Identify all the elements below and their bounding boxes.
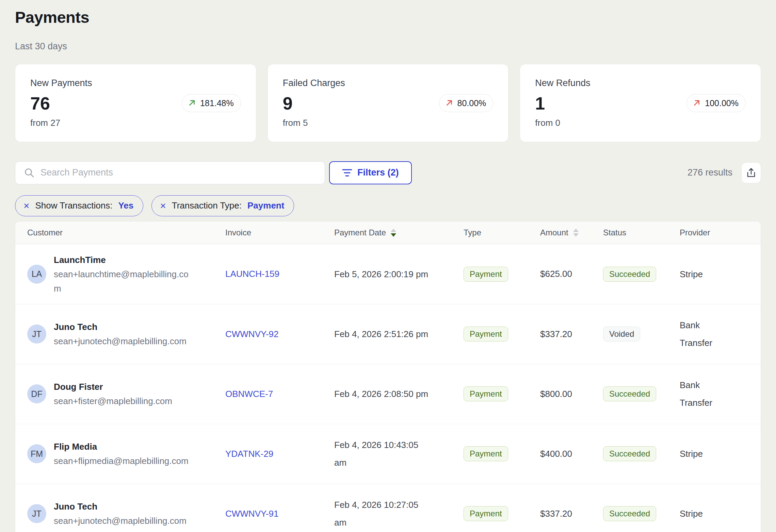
column-header-invoice: Invoice [220, 228, 319, 237]
table-row[interactable]: DF Doug Fister sean+fister@maplebilling.… [15, 364, 761, 424]
column-header-payment-date[interactable]: Payment Date [319, 228, 452, 237]
provider: Stripe [680, 505, 703, 522]
invoice-cell: OBNWCE-7 [220, 389, 319, 399]
close-icon[interactable]: × [23, 201, 30, 211]
filter-chip-value: Yes [118, 200, 133, 211]
column-header-label: Customer [27, 228, 63, 237]
customer-cell: JT Juno Tech sean+junotech@maplebilling.… [15, 499, 220, 528]
provider: Bank Transfer [680, 316, 725, 352]
avatar: FM [27, 444, 46, 463]
avatar: DF [27, 384, 46, 403]
customer-email: sean+junotech@maplebilling.com [54, 334, 187, 348]
filters-button[interactable]: Filters (2) [329, 161, 412, 184]
trend-up-icon [188, 99, 196, 107]
customer-name: LaunchTime [54, 253, 191, 267]
provider-cell: Bank Transfer [668, 376, 761, 412]
sort-icon [573, 229, 579, 237]
invoice-link[interactable]: OBNWCE-7 [225, 389, 273, 399]
column-header-label: Amount [540, 228, 568, 237]
amount-cell: $337.20 [530, 509, 593, 519]
status-badge: Succeeded [603, 446, 656, 461]
invoice-link[interactable]: CWWNVY-92 [225, 329, 279, 339]
search-input[interactable] [15, 161, 325, 184]
payment-date: Feb 5, 2026 2:00:19 pm [334, 265, 428, 283]
payment-date-cell: Feb 4, 2026 2:08:50 pm [319, 385, 452, 403]
active-filter-chips: × Show Transactions: Yes × Transaction T… [15, 195, 761, 216]
customer-cell: JT Juno Tech sean+junotech@maplebilling.… [15, 320, 220, 348]
status-cell: Succeeded [593, 267, 668, 282]
customer-text: LaunchTime sean+launchtime@maplebilling.… [54, 253, 191, 296]
filter-chip-label: Transaction Type: [172, 200, 242, 211]
status-badge: Succeeded [603, 506, 656, 521]
stats-row: New Payments 76 from 27 181.48% Failed C… [15, 64, 761, 142]
customer-cell: DF Doug Fister sean+fister@maplebilling.… [15, 380, 220, 408]
search-wrap [15, 161, 325, 184]
customer-text: Doug Fister sean+fister@maplebilling.com [54, 380, 172, 408]
customer-cell: FM Flip Media sean+flipmedia@maplebillin… [15, 439, 220, 468]
sort-icon [391, 229, 396, 237]
payment-date-cell: Feb 4, 2026 2:51:26 pm [319, 325, 452, 343]
avatar: JT [27, 504, 46, 523]
payment-date: Feb 4, 2026 10:43:05 am [334, 436, 430, 471]
provider-cell: Bank Transfer [668, 316, 761, 352]
customer-text: Juno Tech sean+junotech@maplebilling.com [54, 320, 187, 348]
amount-cell: $337.20 [530, 329, 593, 339]
stat-label: New Refunds [535, 78, 746, 88]
column-header-customer: Customer [15, 228, 220, 237]
filter-chip[interactable]: × Show Transactions: Yes [15, 195, 143, 216]
amount: $337.20 [540, 329, 572, 339]
amount-cell: $400.00 [530, 449, 593, 459]
invoice-cell: LAUNCH-159 [220, 269, 319, 279]
customer-name: Flip Media [54, 439, 189, 454]
stat-change-value: 80.00% [457, 98, 486, 108]
column-header-amount[interactable]: Amount [530, 228, 593, 237]
provider-cell: Stripe [668, 265, 761, 283]
status-cell: Succeeded [593, 506, 668, 521]
stat-change-badge: 100.00% [686, 94, 746, 112]
table-body: LA LaunchTime sean+launchtime@maplebilli… [15, 244, 761, 532]
customer-email: sean+fister@maplebilling.com [54, 394, 172, 408]
results-count: 276 results [688, 167, 732, 178]
provider-cell: Stripe [668, 445, 761, 463]
column-header-label: Invoice [225, 228, 251, 237]
payment-date-cell: Feb 4, 2026 10:43:05 am [319, 436, 452, 471]
type-badge: Payment [464, 386, 508, 401]
invoice-link[interactable]: YDATNK-29 [225, 449, 273, 459]
column-header-label: Status [603, 228, 626, 237]
customer-name: Juno Tech [54, 499, 187, 514]
table-header-row: CustomerInvoicePayment DateTypeAmountSta… [15, 221, 761, 244]
table-row[interactable]: JT Juno Tech sean+junotech@maplebilling.… [15, 484, 761, 532]
customer-name: Doug Fister [54, 380, 172, 394]
customer-email: sean+launchtime@maplebilling.com [54, 267, 191, 296]
customer-text: Flip Media sean+flipmedia@maplebilling.c… [54, 439, 189, 468]
amount-cell: $625.00 [530, 269, 593, 279]
payment-date-cell: Feb 5, 2026 2:00:19 pm [319, 265, 452, 283]
payment-date: Feb 4, 2026 10:27:05 am [334, 496, 430, 531]
invoice-cell: YDATNK-29 [220, 449, 319, 459]
status-cell: Succeeded [593, 386, 668, 401]
export-button[interactable] [741, 162, 761, 183]
filter-icon [342, 168, 352, 177]
type-badge: Payment [464, 327, 508, 342]
page-title: Payments [15, 7, 761, 28]
status-badge: Voided [603, 327, 640, 342]
type-badge: Payment [464, 506, 508, 521]
stat-change-value: 181.48% [200, 98, 234, 108]
filter-chip[interactable]: × Transaction Type: Payment [151, 195, 294, 216]
type-badge: Payment [464, 267, 508, 282]
table-row[interactable]: LA LaunchTime sean+launchtime@maplebilli… [15, 244, 761, 304]
stat-previous-value: from 5 [283, 118, 494, 128]
table-row[interactable]: FM Flip Media sean+flipmedia@maplebillin… [15, 424, 761, 484]
type-cell: Payment [452, 267, 530, 282]
stat-card: Failed Charges 9 from 5 80.00% [268, 64, 509, 142]
close-icon[interactable]: × [160, 201, 166, 211]
filters-button-label: Filters (2) [357, 167, 399, 178]
invoice-link[interactable]: LAUNCH-159 [225, 269, 279, 279]
table-row[interactable]: JT Juno Tech sean+junotech@maplebilling.… [15, 304, 761, 364]
customer-cell: LA LaunchTime sean+launchtime@maplebilli… [15, 253, 220, 296]
customer-email: sean+flipmedia@maplebilling.com [54, 454, 189, 468]
invoice-link[interactable]: CWWNVY-91 [225, 509, 279, 519]
stat-previous-value: from 0 [535, 118, 746, 128]
stat-change-badge: 80.00% [439, 94, 494, 112]
column-header-type: Type [452, 228, 530, 237]
